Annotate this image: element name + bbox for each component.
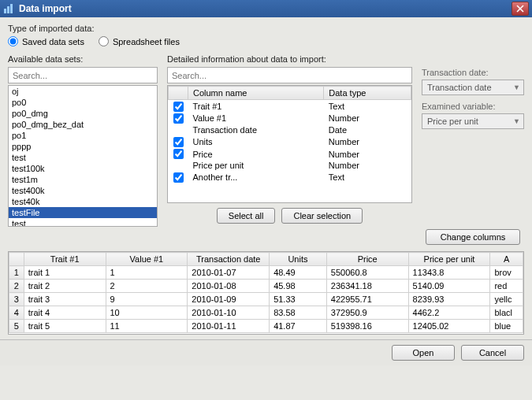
window-title: Data import <box>19 3 512 14</box>
dataset-item[interactable]: po0_dmg_bez_dat <box>9 119 157 130</box>
preview-row[interactable]: 1trait 112010-01-0748.49550060.811343.8b… <box>9 266 523 280</box>
column-checkbox[interactable] <box>173 113 184 124</box>
clear-selection-button[interactable]: Clear selection <box>281 208 363 224</box>
preview-header[interactable]: Trait #1 <box>24 253 106 266</box>
dataset-item[interactable]: test_ <box>9 218 157 227</box>
col-header-name[interactable]: Column name <box>188 87 324 100</box>
radio-saved[interactable]: Saved data sets <box>8 36 84 46</box>
preview-header[interactable]: Value #1 <box>106 253 188 266</box>
preview-header[interactable]: A <box>490 253 523 266</box>
dataset-item[interactable]: test100k <box>9 163 157 174</box>
preview-row[interactable]: 5trait 5112010-01-1141.87519398.1612405.… <box>9 320 523 333</box>
dataset-item[interactable]: test <box>9 152 157 163</box>
preview-row[interactable]: 3trait 392010-01-0951.33422955.718239.93… <box>9 293 523 306</box>
column-checkbox[interactable] <box>173 102 184 112</box>
column-row[interactable]: Transaction dateDate <box>169 124 411 135</box>
transaction-date-combo[interactable]: Transaction date ▼ <box>422 80 524 95</box>
column-checkbox[interactable] <box>173 172 184 183</box>
columns-grid[interactable]: Column name Data type Trait #1TextValue … <box>167 85 412 203</box>
search-datasets-input[interactable] <box>8 67 158 83</box>
available-label: Available data sets: <box>8 54 158 64</box>
data-type-radios: Saved data sets Spreadsheet files <box>8 36 524 46</box>
examined-variable-label: Examined variable: <box>422 102 524 111</box>
data-preview-table[interactable]: Trait #1Value #1Transaction dateUnitsPri… <box>8 251 524 335</box>
app-icon <box>3 4 14 13</box>
column-checkbox[interactable] <box>173 137 184 147</box>
chevron-down-icon: ▼ <box>513 117 520 125</box>
column-row[interactable]: Value #1Number <box>169 113 411 125</box>
column-row[interactable]: Price per unitNumber <box>169 160 411 171</box>
preview-row[interactable]: 2trait 222010-01-0845.98236341.185140.09… <box>9 280 523 293</box>
dataset-item[interactable]: po0_dmg <box>9 108 157 119</box>
dataset-item[interactable]: po0 <box>9 97 157 108</box>
dataset-item[interactable]: po1 <box>9 130 157 141</box>
radio-saved-input[interactable] <box>8 36 18 46</box>
type-label: Type of imported data: <box>8 24 524 33</box>
detailed-label: Detailed information about data to impor… <box>167 54 412 64</box>
col-header-type[interactable]: Data type <box>324 87 411 100</box>
column-row[interactable]: Trait #1Text <box>169 100 411 113</box>
column-checkbox[interactable] <box>173 149 184 159</box>
dialog-footer: Open Cancel <box>0 339 532 365</box>
column-row[interactable]: PriceNumber <box>169 148 411 161</box>
close-button[interactable] <box>512 2 529 16</box>
preview-row[interactable]: 4trait 4102010-01-1083.58372950.94462.2b… <box>9 306 523 320</box>
radio-spreadsheet-input[interactable] <box>99 36 109 46</box>
chevron-down-icon: ▼ <box>513 83 520 91</box>
transaction-date-label: Transaction date: <box>422 68 524 77</box>
preview-header[interactable]: Price per unit <box>408 253 490 266</box>
search-columns-input[interactable] <box>167 67 412 83</box>
examined-variable-combo[interactable]: Price per unit ▼ <box>422 113 524 129</box>
dataset-item[interactable]: testFile <box>9 207 157 218</box>
column-row[interactable]: Another tr...Text <box>169 171 411 183</box>
cancel-button[interactable]: Cancel <box>461 345 524 361</box>
preview-header[interactable]: Units <box>270 253 327 266</box>
dataset-item[interactable]: pppp <box>9 141 157 152</box>
svg-rect-0 <box>4 9 6 13</box>
preview-header[interactable]: Price <box>326 253 408 266</box>
column-row[interactable]: UnitsNumber <box>169 135 411 148</box>
open-button[interactable]: Open <box>392 345 455 361</box>
radio-spreadsheet[interactable]: Spreadsheet files <box>99 36 180 46</box>
svg-rect-1 <box>7 6 9 13</box>
dataset-item[interactable]: test40k <box>9 196 157 207</box>
dataset-item[interactable]: test1m <box>9 174 157 185</box>
svg-rect-2 <box>10 4 13 13</box>
select-all-button[interactable]: Select all <box>217 208 276 224</box>
preview-header[interactable]: Transaction date <box>188 253 270 266</box>
change-columns-button[interactable]: Change columns <box>426 229 520 245</box>
dataset-item[interactable]: test400k <box>9 185 157 196</box>
dataset-item[interactable]: oj <box>9 86 157 97</box>
datasets-listbox[interactable]: ojpo0po0_dmgpo0_dmg_bez_datpo1pppptestte… <box>8 85 158 227</box>
titlebar: Data import <box>0 0 532 17</box>
